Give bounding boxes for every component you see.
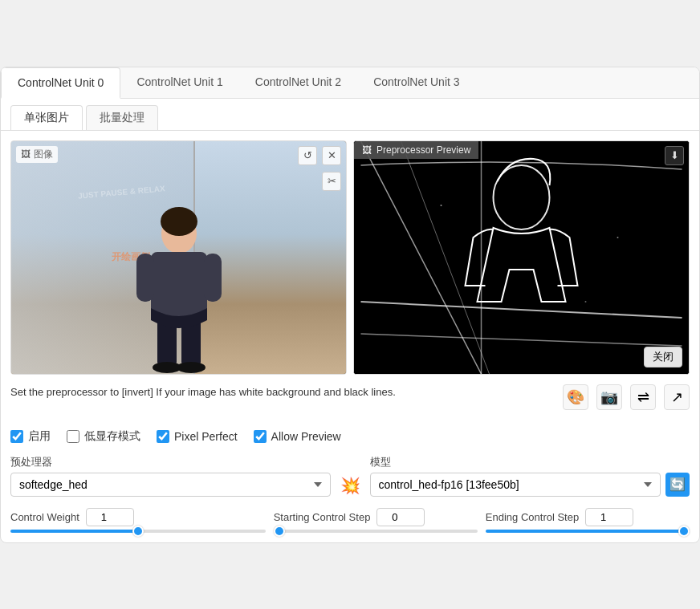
control-weight-group: Control Weight xyxy=(10,508,266,533)
pixel-perfect-input[interactable] xyxy=(157,430,169,443)
tab-batch[interactable]: 批量处理 xyxy=(86,105,158,130)
model-wrapper: control_hed-fp16 [13fee50b] 🔄 xyxy=(370,473,690,497)
palette-button[interactable]: 🎨 xyxy=(563,384,588,410)
reset-button[interactable]: ↺ xyxy=(298,146,317,165)
ending-step-input[interactable] xyxy=(585,508,633,526)
tabs-row: ControlNet Unit 0 ControlNet Unit 1 Cont… xyxy=(1,67,699,99)
enable-label: 启用 xyxy=(28,429,51,444)
svg-line-11 xyxy=(401,141,490,374)
control-weight-header: Control Weight xyxy=(10,508,266,526)
model-refresh-button[interactable]: 🔄 xyxy=(665,473,690,497)
sliders-section: Control Weight Starting Control Step End… xyxy=(10,508,690,533)
action-icons: 🎨 📷 ⇌ ↗ xyxy=(563,384,690,410)
tab-unit-0[interactable]: ControlNet Unit 0 xyxy=(1,67,120,99)
allow-preview-checkbox[interactable]: Allow Preview xyxy=(254,430,341,443)
svg-line-10 xyxy=(361,141,482,374)
close-preview-button[interactable]: 关闭 xyxy=(644,347,682,367)
camera-button[interactable]: 📷 xyxy=(596,384,622,410)
info-actions-row: Set the preprocessor to [invert] If your… xyxy=(10,384,690,420)
allow-preview-input[interactable] xyxy=(254,430,267,443)
checkboxes-row: 启用 低显存模式 Pixel Perfect Allow Preview xyxy=(10,429,690,444)
ending-step-header: Ending Control Step xyxy=(486,508,690,526)
image-section: 🖼 图像 ↺ ✕ JUST PAUSE & RELAX xyxy=(10,140,690,375)
preview-header: 🖼 Preprocessor Preview xyxy=(354,141,478,159)
tab-unit-2[interactable]: ControlNet Unit 2 xyxy=(239,67,357,98)
pixel-perfect-checkbox[interactable]: Pixel Perfect xyxy=(157,430,238,443)
low-vram-label: 低显存模式 xyxy=(84,429,140,444)
svg-point-1 xyxy=(161,207,197,236)
svg-rect-3 xyxy=(136,254,154,302)
preprocessor-group: 预处理器 softedge_hed xyxy=(10,455,331,497)
svg-point-15 xyxy=(441,205,442,206)
explosion-icon: 💥 xyxy=(340,476,360,495)
inner-tabs: 单张图片 批量处理 xyxy=(1,99,699,131)
edge-preview-image xyxy=(354,141,689,374)
controlnet-panel: ControlNet Unit 0 ControlNet Unit 1 Cont… xyxy=(0,67,700,543)
pixel-perfect-label: Pixel Perfect xyxy=(174,430,238,443)
svg-point-8 xyxy=(177,362,206,373)
close-left-button[interactable]: ✕ xyxy=(322,146,341,165)
swap-button[interactable]: ⇌ xyxy=(630,384,656,410)
starting-step-label: Starting Control Step xyxy=(274,511,371,523)
tab-unit-3[interactable]: ControlNet Unit 3 xyxy=(357,67,475,98)
svg-line-14 xyxy=(361,334,682,346)
model-group: 模型 control_hed-fp16 [13fee50b] 🔄 xyxy=(370,455,690,497)
enable-input[interactable] xyxy=(10,430,23,443)
preview-header-icon: 🖼 xyxy=(362,144,372,156)
image-icon: 🖼 xyxy=(21,148,31,160)
svg-line-13 xyxy=(361,302,682,318)
svg-rect-2 xyxy=(151,252,207,320)
preview-header-label: Preprocessor Preview xyxy=(376,144,470,156)
svg-point-16 xyxy=(617,237,619,238)
preprocessor-wrapper: softedge_hed xyxy=(10,473,331,497)
ending-step-group: Ending Control Step xyxy=(486,508,690,533)
preprocessor-select[interactable]: softedge_hed xyxy=(10,473,331,497)
control-weight-label: Control Weight xyxy=(10,511,79,523)
enable-checkbox[interactable]: 启用 xyxy=(10,429,51,444)
tab-single-image[interactable]: 单张图片 xyxy=(10,105,83,130)
low-vram-input[interactable] xyxy=(67,430,79,443)
control-weight-slider[interactable] xyxy=(10,530,266,533)
preprocessor-label: 预处理器 xyxy=(10,455,331,469)
allow-preview-label: Allow Preview xyxy=(271,430,341,443)
starting-step-group: Starting Control Step xyxy=(274,508,478,533)
starting-step-header: Starting Control Step xyxy=(274,508,478,526)
download-button[interactable]: ⬇ xyxy=(665,146,684,165)
content-area: 🖼 图像 ↺ ✕ JUST PAUSE & RELAX xyxy=(1,131,699,542)
ending-step-slider[interactable] xyxy=(486,530,690,533)
tab-unit-1[interactable]: ControlNet Unit 1 xyxy=(120,67,238,98)
scissor-button[interactable]: ✂ xyxy=(322,172,341,191)
left-image-panel: 🖼 图像 ↺ ✕ JUST PAUSE & RELAX xyxy=(10,140,347,375)
dropdowns-row: 预处理器 softedge_hed 💥 模型 control_hed-fp16 … xyxy=(10,455,690,497)
info-text: Set the preprocessor to [invert] If your… xyxy=(10,384,396,400)
low-vram-checkbox[interactable]: 低显存模式 xyxy=(67,429,140,444)
arrow-button[interactable]: ↗ xyxy=(664,384,690,410)
starting-step-input[interactable] xyxy=(376,508,425,526)
model-select[interactable]: control_hed-fp16 [13fee50b] xyxy=(370,473,661,497)
left-panel-label: 图像 xyxy=(34,148,53,161)
starting-step-slider[interactable] xyxy=(274,530,478,533)
download-icon: ⬇ xyxy=(665,146,684,165)
source-image: JUST PAUSE & RELAX 开绘画例 xyxy=(11,141,346,374)
explosion-icon-container: 💥 xyxy=(340,476,360,497)
control-weight-input[interactable] xyxy=(86,508,134,526)
left-panel-controls: ↺ ✕ xyxy=(298,146,341,165)
ending-step-label: Ending Control Step xyxy=(486,511,579,523)
left-panel-header: 🖼 图像 xyxy=(16,146,58,163)
svg-point-17 xyxy=(585,301,587,302)
right-preview-panel: 🖼 Preprocessor Preview ⬇ xyxy=(353,140,690,375)
model-label: 模型 xyxy=(370,455,690,469)
svg-rect-4 xyxy=(204,254,222,302)
